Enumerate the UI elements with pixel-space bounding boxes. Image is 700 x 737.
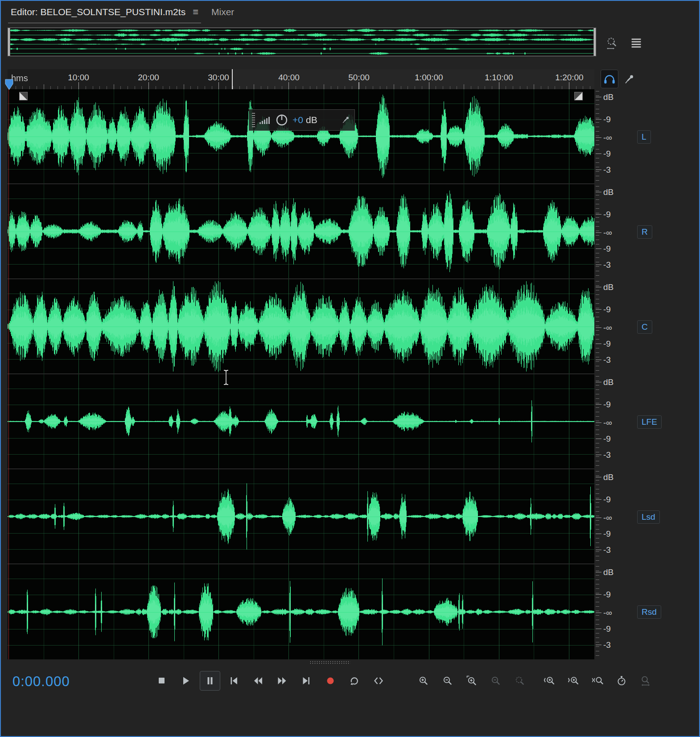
zoom-out-full-button[interactable] [486,671,506,691]
reset-zoom-button[interactable] [510,671,530,691]
overview-waveform-canvas[interactable] [8,28,596,56]
db-scale-label: -9 [603,590,611,599]
waveform-lane-L[interactable] [8,89,594,184]
loop-playback-button[interactable] [344,671,365,691]
zoom-in-at-in-point-button[interactable] [539,671,560,691]
tab-editor[interactable]: Editor: BELOE_SOLNTSE_PUSTINI.m2ts ≡ [8,1,201,23]
playhead-line[interactable] [8,89,9,659]
skip-to-end-button[interactable] [296,671,317,691]
db-scale-ticks [596,281,599,373]
db-scale-label: -3 [603,641,611,650]
time-label: 10:00 [68,73,89,83]
db-scale-label: -3 [603,546,611,555]
db-scale-label: -9 [603,340,611,348]
hud-gain-value[interactable]: +0 [292,115,303,125]
scale-row-Lsd: dB -9 -∞ -9 -3 Lsd [594,469,700,564]
scale-row-L: dB -9 -∞ -9 -3 L [594,89,700,184]
waveform-canvas-C[interactable] [8,279,594,373]
playhead-handle[interactable] [5,79,13,90]
scale-row-LFE: dB -9 -∞ -9 -3 LFE [594,374,700,469]
overview-left-handle[interactable] [8,28,10,56]
fast-forward-button[interactable] [272,671,292,691]
channel-badge-Lsd[interactable]: Lsd [637,510,660,524]
db-unit-label: dB [603,473,614,482]
transport-bar: 0:00.000 [1,667,699,736]
channel-badge-C[interactable]: C [637,320,652,334]
channel-badge-R[interactable]: R [637,225,652,239]
db-scale-label: -9 [603,625,611,633]
pin-icon[interactable] [623,72,636,87]
zoom-to-selection-button[interactable] [461,671,482,691]
db-unit-label: dB [603,568,614,577]
zoom-buttons [413,671,656,691]
channel-badge-Rsd[interactable]: Rsd [637,605,661,619]
panel-menu-icon[interactable]: ≡ [193,7,198,17]
db-unit-label: dB [603,378,614,387]
text-cursor [222,369,230,385]
db-unit-label: dB [603,283,614,292]
headphones-button[interactable] [601,70,618,88]
db-scale-label: -3 [603,166,611,174]
panel-resize-grip[interactable] [309,661,350,665]
db-scale-label: -9 [603,530,611,538]
record-button[interactable] [320,671,341,691]
timer-button[interactable] [611,671,632,691]
channel-badge-L[interactable]: L [637,130,651,144]
gain-knob-icon[interactable] [275,113,289,127]
waveform-lane-C[interactable] [8,279,594,374]
stop-button[interactable] [152,671,172,691]
zoom-in-button[interactable] [413,671,434,691]
channel-badge-LFE[interactable]: LFE [637,415,662,429]
db-scale-label: -∞ [603,513,612,522]
waveform-canvas-Rsd[interactable] [8,564,594,659]
waveform-canvas-LFE[interactable] [8,374,594,468]
pause-button[interactable] [200,671,220,691]
skip-selection-button[interactable] [368,671,389,691]
play-button[interactable] [176,671,196,691]
volume-hud[interactable]: +0 dB [249,109,355,131]
db-scale-label: -9 [603,435,611,443]
db-unit-label: dB [603,188,614,197]
db-scale-ticks [596,186,599,277]
db-scale-label: -9 [603,495,611,504]
waveform-lane-Rsd[interactable] [8,564,594,659]
waveform-overview[interactable] [8,28,596,56]
waveform-lane-Lsd[interactable] [8,469,594,564]
rewind-button[interactable] [248,671,268,691]
db-scale-label: -∞ [603,133,612,142]
db-scale-panel: dB -9 -∞ -9 -3 L dB -9 -∞ -9 -3 R dB -9 … [594,89,700,659]
db-scale-label: -3 [603,356,611,364]
tab-mixer[interactable]: Mixer [207,1,239,23]
hud-drag-grip[interactable] [252,113,255,127]
waveform-canvas-Lsd[interactable] [8,469,594,563]
time-ruler[interactable]: hms 10:00 20:00 30:00 40:00 50:00 1:00:0… [8,69,594,89]
skip-to-start-button[interactable] [224,671,244,691]
db-scale-ticks [596,376,599,468]
current-time-display[interactable]: 0:00.000 [12,674,70,690]
waveform-lane-LFE[interactable] [8,374,594,469]
zoom-navigate-icon[interactable] [603,34,621,52]
transport-buttons [152,671,389,691]
overview-right-handle[interactable] [593,28,596,56]
waveform-lane-R[interactable] [8,184,594,279]
zoom-out-button[interactable] [437,671,458,691]
zoom-selection-brackets-button[interactable] [587,671,608,691]
db-scale-label: -∞ [603,418,612,427]
list-options-icon[interactable] [627,34,645,52]
db-scale-label: -9 [603,210,611,219]
db-scale-label: -9 [603,244,611,253]
db-unit-label: dB [603,93,614,102]
multitrack-waveform-area[interactable] [8,89,594,659]
hud-gain-unit: dB [306,115,317,125]
zoom-in-at-out-point-button[interactable] [563,671,584,691]
fade-in-handle[interactable] [19,92,28,100]
drag-zoom-button[interactable] [635,671,656,691]
db-scale-label: -3 [603,451,611,460]
waveform-canvas-L[interactable] [8,89,594,183]
fade-out-handle[interactable] [574,92,583,100]
db-scale-label: -9 [603,400,611,409]
hud-pin-icon[interactable] [341,115,351,125]
level-meter-icon [259,115,271,125]
waveform-canvas-R[interactable] [8,184,594,278]
mixer-tab-label: Mixer [211,7,234,17]
